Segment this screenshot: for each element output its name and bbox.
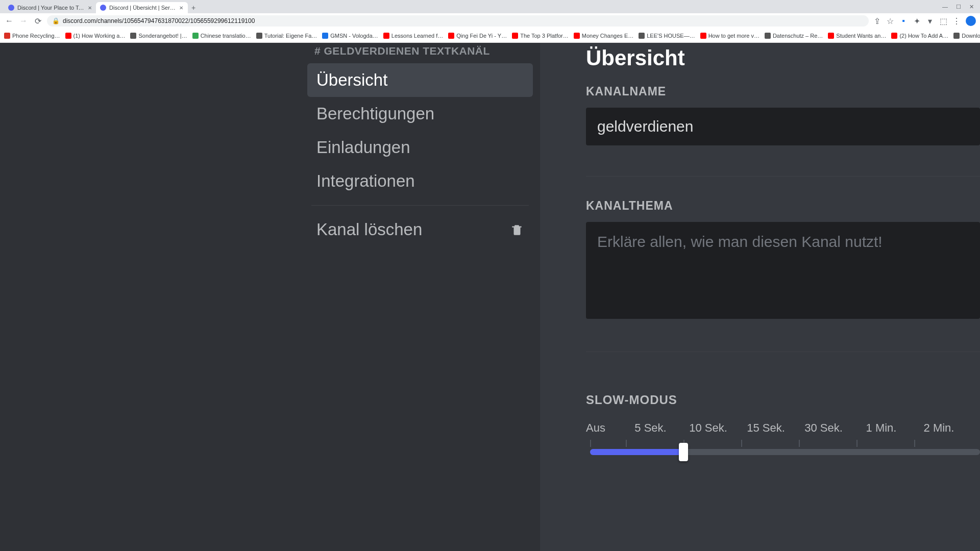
bookmark-item[interactable]: Download – Cooki… bbox=[953, 33, 980, 39]
slowmode-slider[interactable] bbox=[586, 440, 980, 456]
close-window-icon[interactable]: ✕ bbox=[969, 4, 974, 10]
settings-sidebar: # GELDVERDIENEN TEXTKANÄL Übersicht Bere… bbox=[300, 43, 540, 551]
bookmark-item[interactable]: GMSN - Vologda… bbox=[322, 33, 378, 39]
lock-icon: 🔒 bbox=[52, 17, 60, 24]
tab-title: Discord | Übersicht | Server v bbox=[109, 5, 176, 11]
extension-icon[interactable]: ⬚ bbox=[939, 17, 947, 25]
slider-tick-label: 10 Sek. bbox=[679, 421, 737, 435]
slider-tick-label: 5 Sek. bbox=[622, 421, 679, 435]
tab-strip: Discord | Your Place to Talk an ✕ Discor… bbox=[0, 0, 980, 13]
bookmark-label: (2) How To Add A… bbox=[899, 33, 948, 39]
slider-tick bbox=[683, 440, 741, 447]
sidebar-item-label: Übersicht bbox=[316, 70, 387, 90]
bookmark-item[interactable]: Phone Recycling… bbox=[4, 33, 60, 39]
slider-thumb[interactable] bbox=[679, 443, 688, 461]
slider-tick-marks bbox=[590, 440, 980, 447]
menu-icon[interactable]: ⋮ bbox=[952, 17, 961, 25]
bookmark-item[interactable]: (2) How To Add A… bbox=[891, 33, 948, 39]
bookmark-favicon bbox=[512, 33, 518, 39]
delete-channel-label: Kanal löschen bbox=[316, 220, 422, 239]
bookmark-item[interactable]: The Top 3 Platfor… bbox=[512, 33, 569, 39]
minimize-icon[interactable]: — bbox=[942, 4, 948, 10]
bookmark-label: Tutorial: Eigene Fa… bbox=[264, 33, 317, 39]
bookmark-favicon bbox=[448, 33, 454, 39]
close-icon[interactable]: ✕ bbox=[87, 5, 92, 10]
sidebar-item-integrations[interactable]: Integrationen bbox=[307, 164, 533, 198]
facebook-icon[interactable]: ▪ bbox=[899, 17, 908, 25]
slowmode-tick-labels: Aus5 Sek.10 Sek.15 Sek.30 Sek.1 Min.2 Mi… bbox=[586, 421, 980, 435]
sidebar-item-invites[interactable]: Einladungen bbox=[307, 131, 533, 164]
slider-tick bbox=[590, 440, 626, 447]
slider-tick bbox=[914, 440, 972, 447]
extension-puzzle-icon[interactable]: ✦ bbox=[913, 17, 921, 25]
star-icon[interactable]: ☆ bbox=[886, 17, 894, 25]
sidebar-item-overview[interactable]: Übersicht bbox=[307, 63, 533, 97]
left-gutter: ⌖ bbox=[0, 43, 300, 551]
discord-icon bbox=[100, 5, 106, 11]
section-divider bbox=[586, 352, 980, 352]
sidebar-divider bbox=[311, 205, 529, 206]
address-bar[interactable]: 🔒 discord.com/channels/10565479476318700… bbox=[47, 15, 869, 27]
bookmark-label: LEE'S HOUSE—… bbox=[647, 33, 695, 39]
window-controls: — ☐ ✕ bbox=[942, 0, 980, 13]
pocket-icon[interactable]: ▾ bbox=[926, 17, 934, 25]
bookmark-label: Sonderangebot! |… bbox=[138, 33, 187, 39]
bookmark-item[interactable]: How to get more v… bbox=[700, 33, 760, 39]
bookmark-item[interactable]: Lessons Learned f… bbox=[383, 33, 444, 39]
bookmark-favicon bbox=[765, 33, 771, 39]
bookmark-item[interactable]: Datenschutz – Re… bbox=[765, 33, 823, 39]
sidebar-item-label: Berechtigungen bbox=[316, 104, 434, 123]
bookmark-label: Phone Recycling… bbox=[12, 33, 60, 39]
section-divider bbox=[586, 176, 980, 177]
channel-topic-label: KANALTHEMA bbox=[586, 199, 980, 213]
new-tab-button[interactable]: + bbox=[188, 2, 199, 13]
browser-chrome: Discord | Your Place to Talk an ✕ Discor… bbox=[0, 0, 980, 43]
bookmark-favicon bbox=[639, 33, 645, 39]
bookmark-item[interactable]: Chinese translatio… bbox=[192, 33, 251, 39]
slider-tick-label: 1 Min. bbox=[852, 421, 910, 435]
page-title: Übersicht bbox=[586, 46, 980, 70]
discord-settings-page: ⌖ # GELDVERDIENEN TEXTKANÄL Übersicht Be… bbox=[0, 43, 980, 551]
bookmark-favicon bbox=[192, 33, 199, 39]
sidebar-item-label: Integrationen bbox=[316, 171, 415, 191]
forward-button[interactable]: → bbox=[18, 16, 29, 26]
back-button[interactable]: ← bbox=[4, 16, 14, 26]
bookmark-label: Lessons Learned f… bbox=[391, 33, 444, 39]
slider-tick-label: Aus bbox=[586, 421, 622, 435]
sidebar-item-permissions[interactable]: Berechtigungen bbox=[307, 97, 533, 131]
address-row: ← → ⟳ 🔒 discord.com/channels/10565479476… bbox=[0, 13, 980, 29]
bookmark-item[interactable]: Tutorial: Eigene Fa… bbox=[256, 33, 317, 39]
bookmark-label: The Top 3 Platfor… bbox=[520, 33, 569, 39]
bookmark-favicon bbox=[700, 33, 706, 39]
share-icon[interactable]: ⇪ bbox=[873, 17, 881, 25]
reload-button[interactable]: ⟳ bbox=[33, 16, 43, 26]
bookmark-label: Qing Fei De Yi - Y… bbox=[456, 33, 507, 39]
bookmark-item[interactable]: Qing Fei De Yi - Y… bbox=[448, 33, 507, 39]
bookmark-item[interactable]: (1) How Working a… bbox=[65, 33, 126, 39]
sidebar-item-delete-channel[interactable]: Kanal löschen bbox=[307, 213, 533, 246]
bookmark-item[interactable]: LEE'S HOUSE—… bbox=[639, 33, 695, 39]
browser-tab-1[interactable]: Discord | Übersicht | Server v ✕ bbox=[96, 2, 188, 13]
bookmark-favicon bbox=[322, 33, 328, 39]
trash-icon bbox=[510, 223, 524, 236]
bookmark-item[interactable]: Sonderangebot! |… bbox=[130, 33, 187, 39]
channel-topic-input[interactable] bbox=[586, 222, 980, 319]
maximize-icon[interactable]: ☐ bbox=[956, 4, 961, 10]
slider-tick bbox=[856, 440, 914, 447]
browser-tab-0[interactable]: Discord | Your Place to Talk an ✕ bbox=[4, 2, 96, 13]
slider-tick-label: 2 Min. bbox=[910, 421, 968, 435]
channel-name-input[interactable] bbox=[586, 108, 980, 145]
settings-content: Übersicht KANALNAME KANALTHEMA SLOW-MODU… bbox=[540, 43, 980, 551]
tab-title: Discord | Your Place to Talk an bbox=[17, 5, 84, 11]
bookmark-item[interactable]: Student Wants an… bbox=[828, 33, 886, 39]
close-icon[interactable]: ✕ bbox=[179, 5, 184, 10]
bookmark-item[interactable]: Money Changes E… bbox=[574, 33, 634, 39]
bookmark-favicon bbox=[891, 33, 897, 39]
slowmode-label: SLOW-MODUS bbox=[586, 393, 980, 407]
channel-name-label: KANALNAME bbox=[586, 85, 980, 98]
discord-icon bbox=[8, 5, 14, 11]
slider-tick bbox=[741, 440, 799, 447]
bookmark-favicon bbox=[130, 33, 136, 39]
profile-avatar[interactable] bbox=[966, 16, 976, 26]
bookmark-label: Student Wants an… bbox=[836, 33, 886, 39]
